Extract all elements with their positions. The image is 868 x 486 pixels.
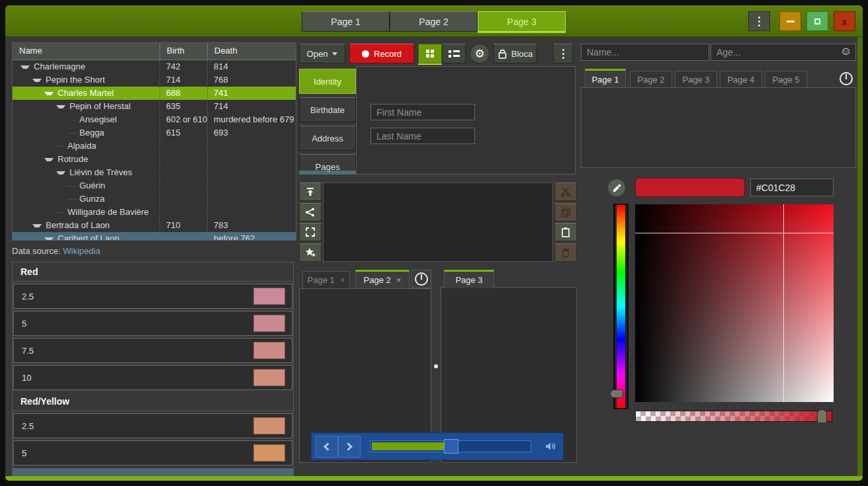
tree-row[interactable]: Liévin de Trèves [13,166,296,179]
expander-icon[interactable] [44,92,54,95]
list-item[interactable]: 2.5 [13,284,292,309]
tab-birthdate[interactable]: Birthdate [299,97,356,122]
record-button[interactable]: Record [349,44,414,63]
right-tab-page5[interactable]: Page 5 [765,71,807,87]
eyedropper-button[interactable] [607,179,626,197]
tree-row[interactable]: Ansegisel 602 or 610 murdered before 679 [13,113,296,126]
history-button[interactable] [412,270,431,288]
age-field[interactable] [711,44,856,61]
alpha-slider[interactable] [635,411,832,422]
titlebar-tab-page3[interactable]: Page 3 [478,11,566,32]
delete-button[interactable] [554,243,577,262]
list-item[interactable]: 7.5 [13,338,292,363]
column-header-death[interactable]: Death [207,43,296,60]
lock-button[interactable]: Bloca [494,44,537,63]
tree-cell-birth [159,140,207,153]
share-icon [305,207,316,218]
speaker-icon[interactable] [544,441,556,452]
toolbar-overflow-button[interactable] [553,44,573,63]
tree-cell-death [207,140,296,153]
expander-icon[interactable] [56,105,65,108]
expander-icon[interactable] [44,158,54,161]
media-bar [311,432,564,460]
first-name-field[interactable] [370,104,475,120]
titlebar-tab-page1[interactable]: Page 1 [302,11,390,32]
alert-button[interactable] [838,70,855,87]
list-item[interactable]: 5 [13,440,292,466]
fullscreen-button[interactable] [299,223,322,241]
close-tab-icon[interactable]: × [340,275,345,285]
name-field[interactable] [581,44,709,61]
paste-button[interactable] [554,223,577,241]
tree-row[interactable]: Rotrude [13,153,296,166]
settings-button[interactable]: ⚙ [470,44,490,63]
tree-cell-death: 741 [207,87,296,100]
open-label: Open [307,49,328,59]
forward-button[interactable] [338,436,361,458]
tab-address[interactable]: Address [299,126,356,151]
tree-row[interactable]: Guérin [13,179,296,192]
open-dropdown-button[interactable]: Open [299,44,345,63]
slider-handle[interactable] [444,439,458,454]
right-tab-content [581,87,856,168]
tree-row[interactable]: Begga 615 693 [13,126,296,140]
tree-row[interactable]: Willigarde de Bavière [13,206,296,219]
copy-button[interactable] [554,203,577,222]
hue-slider[interactable] [613,204,629,409]
tree-row-highlighted[interactable]: Caribert of Laon before 762 [13,232,296,241]
grid-view-toggle[interactable] [418,44,442,63]
right-tab-page2[interactable]: Page 2 [630,71,672,87]
wikipedia-link[interactable]: Wikipedia [63,246,100,256]
right-tab-page4[interactable]: Page 4 [720,71,762,87]
expander-icon[interactable] [32,224,42,227]
expander-icon[interactable] [44,237,54,241]
right-tab-page3[interactable]: Page 3 [675,71,717,87]
tree-row[interactable]: Gunza [13,192,296,206]
close-button[interactable]: x [834,11,855,31]
tree-row[interactable]: Pepin of Herstal 635 714 [13,100,296,113]
tree-cell-death: 714 [207,100,296,113]
tree-row[interactable]: Alpaida [13,140,296,153]
saturation-value-area[interactable] [635,204,834,402]
favorite-add-button[interactable] [299,243,322,262]
fullscreen-icon [305,227,316,237]
tab-page1-left[interactable]: Page 1 × [302,271,350,288]
list-item[interactable]: 2.5 [13,413,292,438]
last-name-field[interactable] [370,128,475,144]
progress-slider[interactable] [370,440,531,452]
right-tab-page1[interactable]: Page 1 [585,69,626,88]
column-header-birth[interactable]: Birth [159,43,207,60]
tree-row[interactable]: Bertrada of Laon 710 783 [13,219,296,232]
list-view-toggle[interactable] [442,44,466,63]
alpha-handle[interactable] [817,409,827,423]
hue-handle[interactable] [610,389,623,398]
tree-cell-death: murdered before 679 [207,113,296,126]
hex-color-field[interactable] [750,179,834,196]
tree-row[interactable]: Pepin the Short 714 768 [13,73,296,87]
cut-button[interactable] [554,182,577,201]
tree-row[interactable]: Charlemagne 742 814 [13,60,296,73]
expander-icon[interactable] [32,79,42,82]
titlebar-tab-page2[interactable]: Page 2 [390,11,478,32]
window-menu-button[interactable] [748,11,770,31]
drop-area[interactable] [323,182,553,262]
list-item[interactable]: 10 [13,365,292,390]
tab-identity[interactable]: Identity [299,69,356,94]
column-header-name[interactable]: Name [13,43,159,60]
upload-button[interactable] [299,182,322,201]
expander-icon[interactable] [21,65,30,69]
list-item[interactable]: 5 [13,311,292,336]
emoji-icon[interactable]: ☺ [840,45,851,58]
expander-icon[interactable] [56,171,65,175]
tree-cell-birth [159,179,207,192]
tab-page2-left[interactable]: Page 2 × [355,270,410,288]
minimize-button[interactable] [779,11,801,31]
tab-page3-right[interactable]: Page 3 [444,270,494,288]
list-section-header: Red [13,263,293,282]
maximize-button[interactable] [806,11,828,31]
tree-row-selected[interactable]: Charles Martel 688 741 [13,87,296,100]
current-color-swatch [635,178,745,197]
close-tab-icon[interactable]: × [396,275,402,285]
share-button[interactable] [299,203,322,222]
back-button[interactable] [316,436,338,458]
